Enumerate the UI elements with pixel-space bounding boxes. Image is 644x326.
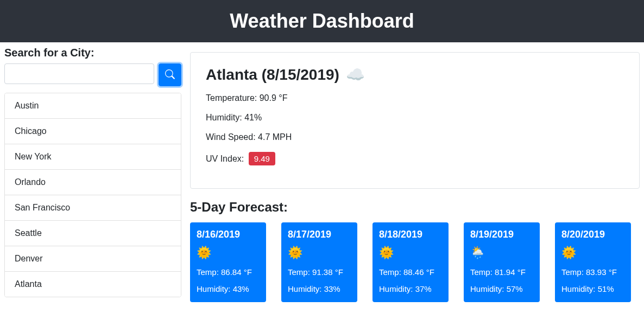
forecast-date: 8/18/2019 xyxy=(379,229,442,240)
history-item[interactable]: Atlanta xyxy=(5,272,181,297)
main-container: Search for a City: Austin Chicago New Yo… xyxy=(0,42,644,306)
history-item[interactable]: Orlando xyxy=(5,170,181,195)
current-uv: UV Index: 9.49 xyxy=(206,152,624,165)
current-wind: Wind Speed: 4.7 MPH xyxy=(206,132,624,142)
sun-icon: 🌞 xyxy=(379,246,442,260)
forecast-card: 8/17/2019 🌞 Temp: 91.38 °F Humidity: 33% xyxy=(281,222,357,302)
forecast-humidity: Humidity: 43% xyxy=(197,284,260,293)
sun-icon: 🌞 xyxy=(288,246,351,260)
forecast-temp: Temp: 83.93 °F xyxy=(561,267,624,277)
forecast-date: 8/19/2019 xyxy=(470,229,533,240)
forecast-humidity: Humidity: 51% xyxy=(561,284,624,293)
history-item[interactable]: Denver xyxy=(5,246,181,272)
forecast-date: 8/20/2019 xyxy=(561,229,624,240)
forecast-temp: Temp: 86.84 °F xyxy=(197,267,260,277)
history-item[interactable]: Austin xyxy=(5,93,181,119)
history-item[interactable]: New York xyxy=(5,144,181,170)
forecast-card: 8/16/2019 🌞 Temp: 86.84 °F Humidity: 43% xyxy=(190,222,266,302)
search-row xyxy=(4,63,181,86)
forecast-humidity: Humidity: 37% xyxy=(379,284,442,293)
forecast-date: 8/16/2019 xyxy=(197,229,260,240)
forecast-card: 8/19/2019 🌦️ Temp: 81.94 °F Humidity: 57… xyxy=(464,222,540,302)
forecast-row: 8/16/2019 🌞 Temp: 86.84 °F Humidity: 43%… xyxy=(190,222,640,302)
uv-badge: 9.49 xyxy=(249,152,275,165)
sidebar: Search for a City: Austin Chicago New Yo… xyxy=(4,47,181,302)
search-icon xyxy=(165,69,175,81)
current-weather-card: Atlanta (8/15/2019) ☁️ Temperature: 90.9… xyxy=(190,52,640,189)
forecast-temp: Temp: 81.94 °F xyxy=(470,267,533,277)
forecast-temp: Temp: 91.38 °F xyxy=(288,267,351,277)
forecast-card: 8/18/2019 🌞 Temp: 88.46 °F Humidity: 37% xyxy=(372,222,449,302)
current-city-date: Atlanta (8/15/2019) xyxy=(206,66,339,83)
sun-icon: 🌞 xyxy=(561,246,624,260)
forecast-humidity: Humidity: 57% xyxy=(470,284,533,293)
search-input[interactable] xyxy=(4,63,154,84)
forecast-humidity: Humidity: 33% xyxy=(288,284,351,293)
current-humidity: Humidity: 41% xyxy=(206,113,624,123)
sun-icon: 🌞 xyxy=(197,246,260,260)
current-temperature: Temperature: 90.9 °F xyxy=(206,93,624,103)
search-button[interactable] xyxy=(159,63,181,86)
cloud-icon: ☁️ xyxy=(346,66,365,83)
current-title: Atlanta (8/15/2019) ☁️ xyxy=(206,66,624,84)
app-header: Weather Dashboard xyxy=(0,0,644,42)
main-content: Atlanta (8/15/2019) ☁️ Temperature: 90.9… xyxy=(190,47,640,302)
forecast-card: 8/20/2019 🌞 Temp: 83.93 °F Humidity: 51% xyxy=(555,222,631,302)
history-item[interactable]: San Francisco xyxy=(5,195,181,221)
forecast-temp: Temp: 88.46 °F xyxy=(379,267,442,277)
history-item[interactable]: Seattle xyxy=(5,221,181,246)
search-label: Search for a City: xyxy=(4,47,181,59)
forecast-title: 5-Day Forecast: xyxy=(190,200,640,215)
uv-label: UV Index: xyxy=(206,154,247,163)
history-list: Austin Chicago New York Orlando San Fran… xyxy=(4,93,181,297)
forecast-date: 8/17/2019 xyxy=(288,229,351,240)
rain-sun-icon: 🌦️ xyxy=(470,246,533,260)
page-title: Weather Dashboard xyxy=(0,10,644,33)
history-item[interactable]: Chicago xyxy=(5,119,181,144)
